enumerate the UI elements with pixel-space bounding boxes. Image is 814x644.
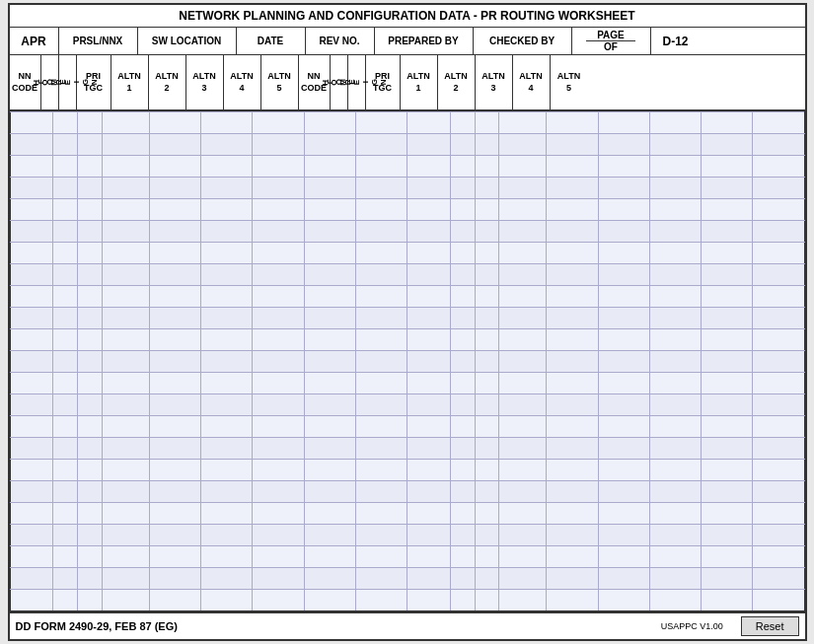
cell-altn4-r xyxy=(701,503,752,525)
cell-altn2-r xyxy=(598,568,649,590)
cell-altn3-r xyxy=(649,308,701,329)
cell-pri-tgc-r xyxy=(499,308,547,329)
cell-altn3-r xyxy=(649,112,701,134)
col-header-altn2-l: ALTN 2 xyxy=(149,55,186,109)
cell-altn2-l xyxy=(201,438,253,460)
cell-nn-code-r xyxy=(407,329,450,351)
cell-pri-tgc-r xyxy=(499,221,547,243)
cell-altn5-r xyxy=(753,329,804,351)
col-header-altn5-l: ALTN 5 xyxy=(261,55,299,109)
cell-home-l xyxy=(53,568,78,590)
cell-pri-tgc-r xyxy=(499,590,547,611)
footer-right: USAPPC V1.00 Reset xyxy=(661,616,799,636)
cell-foreign-l xyxy=(78,503,103,525)
cell-home-r xyxy=(450,243,475,264)
cell-foreign-r xyxy=(475,199,499,221)
form-number: DD FORM 2490-29, FEB 87 (EG) xyxy=(16,620,178,632)
cell-home-r xyxy=(450,416,475,438)
cell-altn2-r xyxy=(598,112,649,134)
cell-pri-tgc-r xyxy=(499,243,547,264)
column-headers: NN CODEHOMEFOREIGNPRI TGCALTN 1ALTN 2ALT… xyxy=(10,55,805,111)
cell-pri-tgc-l xyxy=(102,243,149,264)
cell-altn1-l xyxy=(149,394,200,416)
cell-nn-code-l xyxy=(10,199,53,221)
apr-label: APR xyxy=(10,28,59,54)
table-row xyxy=(10,416,804,438)
cell-altn1-l xyxy=(149,221,200,243)
cell-home-l xyxy=(53,546,78,568)
cell-nn-code-r xyxy=(407,373,450,394)
cell-pri-tgc-r xyxy=(499,568,547,590)
table-row xyxy=(10,438,804,460)
cell-altn4-r xyxy=(701,438,752,460)
cell-altn2-l xyxy=(201,264,253,286)
cell-altn2-r xyxy=(598,546,649,568)
cell-altn2-r xyxy=(598,243,649,264)
cell-home-l xyxy=(53,156,78,178)
table-row xyxy=(10,243,804,264)
cell-home-r xyxy=(450,373,475,394)
col-header-altn4-r: ALTN 4 xyxy=(513,55,551,109)
cell-altn4-l xyxy=(304,460,355,481)
cell-nn-code-l xyxy=(10,481,53,503)
reset-button[interactable]: Reset xyxy=(741,616,799,636)
cell-altn2-r xyxy=(598,503,649,525)
cell-altn3-r xyxy=(649,199,701,221)
cell-nn-code-r xyxy=(407,416,450,438)
table-row xyxy=(10,199,804,221)
cell-altn5-l xyxy=(355,503,407,525)
cell-altn1-r xyxy=(547,394,598,416)
table-row xyxy=(10,178,804,199)
cell-altn2-r xyxy=(598,221,649,243)
date-label: DATE xyxy=(237,28,306,54)
cell-altn1-l xyxy=(149,416,200,438)
cell-nn-code-r xyxy=(407,525,450,546)
cell-home-r xyxy=(450,329,475,351)
cell-nn-code-r xyxy=(407,438,450,460)
cell-pri-tgc-r xyxy=(499,264,547,286)
cell-altn3-l xyxy=(253,481,304,503)
cell-foreign-l xyxy=(78,546,103,568)
cell-altn2-l xyxy=(201,481,253,503)
cell-nn-code-r xyxy=(407,199,450,221)
cell-pri-tgc-r xyxy=(499,199,547,221)
cell-foreign-r xyxy=(475,178,499,199)
cell-nn-code-l xyxy=(10,308,53,329)
cell-nn-code-l xyxy=(10,503,53,525)
cell-altn4-l xyxy=(304,156,355,178)
cell-altn3-l xyxy=(253,394,304,416)
cell-altn2-r xyxy=(598,134,649,156)
cell-altn3-l xyxy=(253,460,304,481)
table-row xyxy=(10,394,804,416)
cell-nn-code-r xyxy=(407,178,450,199)
cell-altn3-r xyxy=(649,264,701,286)
cell-altn3-r xyxy=(649,221,701,243)
cell-altn4-r xyxy=(701,221,752,243)
cell-foreign-r xyxy=(475,460,499,481)
cell-altn3-l xyxy=(253,329,304,351)
cell-home-l xyxy=(53,351,78,373)
cell-altn4-l xyxy=(304,503,355,525)
cell-altn4-l xyxy=(304,525,355,546)
cell-altn3-l xyxy=(253,373,304,394)
cell-altn4-l xyxy=(304,221,355,243)
cell-altn4-r xyxy=(701,590,752,611)
cell-pri-tgc-l xyxy=(102,546,149,568)
cell-altn4-l xyxy=(304,590,355,611)
cell-altn5-r xyxy=(753,460,804,481)
cell-home-l xyxy=(53,308,78,329)
cell-altn3-l xyxy=(253,286,304,308)
cell-altn3-r xyxy=(649,481,701,503)
cell-altn5-l xyxy=(355,481,407,503)
table-row xyxy=(10,329,804,351)
cell-altn3-l xyxy=(253,134,304,156)
cell-pri-tgc-l xyxy=(102,199,149,221)
cell-pri-tgc-r xyxy=(499,178,547,199)
cell-altn4-r xyxy=(701,308,752,329)
cell-nn-code-r xyxy=(407,134,450,156)
cell-nn-code-l xyxy=(10,243,53,264)
cell-foreign-l xyxy=(78,373,103,394)
table-row xyxy=(10,460,804,481)
cell-nn-code-r xyxy=(407,286,450,308)
cell-altn4-r xyxy=(701,351,752,373)
